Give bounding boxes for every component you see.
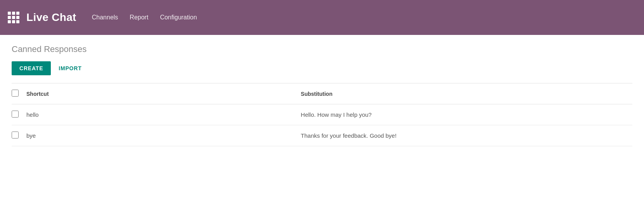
- nav-channels[interactable]: Channels: [92, 14, 118, 21]
- nav-report[interactable]: Report: [130, 14, 148, 21]
- row-substitution: Thanks for your feedback. Good bye!: [297, 125, 632, 146]
- navbar: Live Chat Channels Report Configuration: [0, 0, 644, 35]
- table-header-row: Shortcut Substitution: [12, 83, 632, 104]
- select-all-checkbox[interactable]: [12, 90, 19, 97]
- row-0-checkbox[interactable]: [12, 111, 19, 118]
- grid-apps-icon[interactable]: [8, 12, 19, 23]
- header-substitution: Substitution: [297, 83, 632, 104]
- main-content: Canned Responses CREATE IMPORT Shortcut …: [0, 35, 644, 213]
- row-shortcut: bye: [23, 125, 297, 146]
- header-shortcut: Shortcut: [23, 83, 297, 104]
- row-checkbox-cell: [12, 125, 23, 146]
- row-substitution: Hello. How may I help you?: [297, 104, 632, 125]
- row-checkbox-cell: [12, 104, 23, 125]
- table-row: helloHello. How may I help you?: [12, 104, 632, 125]
- page-title: Canned Responses: [12, 44, 632, 54]
- main-nav: Channels Report Configuration: [92, 14, 197, 21]
- row-shortcut: hello: [23, 104, 297, 125]
- action-bar: CREATE IMPORT: [12, 61, 632, 75]
- table-row: byeThanks for your feedback. Good bye!: [12, 125, 632, 146]
- header-checkbox-col: [12, 83, 23, 104]
- row-1-checkbox[interactable]: [12, 132, 19, 139]
- nav-configuration[interactable]: Configuration: [160, 14, 197, 21]
- import-button[interactable]: IMPORT: [57, 61, 83, 75]
- create-button[interactable]: CREATE: [12, 61, 51, 75]
- app-title: Live Chat: [26, 11, 76, 24]
- canned-responses-table: Shortcut Substitution helloHello. How ma…: [12, 83, 632, 146]
